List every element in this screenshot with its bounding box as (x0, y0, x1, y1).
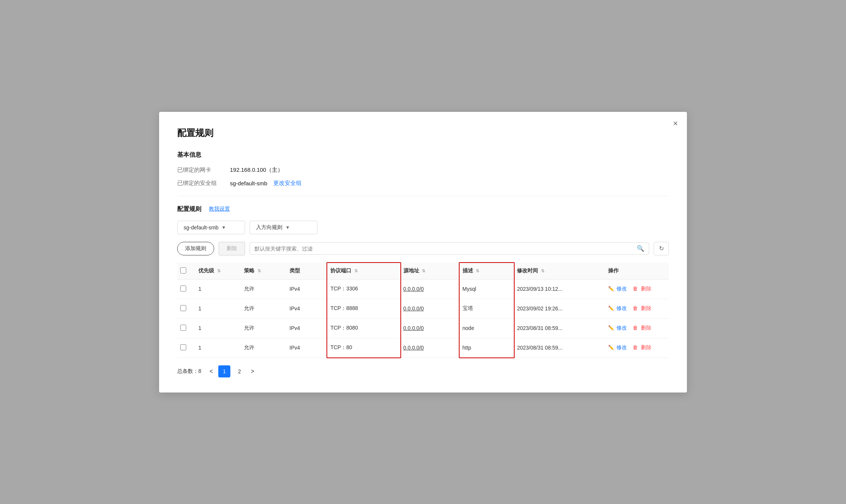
row-3-action: ✏️ 修改 🗑 删除 (605, 338, 669, 357)
modify-link-0[interactable]: 修改 (616, 286, 627, 292)
config-section-title: 配置规则 (177, 205, 201, 213)
row-1-time: 2023/09/02 19:26... (514, 299, 605, 318)
source-sort-icon: ⇅ (422, 269, 425, 273)
change-sg-link[interactable]: 更改安全组 (273, 180, 302, 187)
modify-link-1[interactable]: 修改 (616, 305, 627, 311)
search-input[interactable] (254, 246, 637, 252)
direction-value: 入方向规则 (256, 224, 282, 231)
prev-page-button[interactable]: < (207, 367, 215, 376)
row-2-desc: node (460, 318, 514, 338)
page-1-button[interactable]: 1 (218, 365, 230, 377)
table-header-row: 优先级 ⇅ 策略 ⇅ 类型 协议端口 ⇅ (177, 263, 669, 279)
row-0-strategy: 允许 (241, 279, 287, 299)
modify-link-3[interactable]: 修改 (616, 344, 627, 350)
delete-icon-2: 🗑 (633, 325, 638, 331)
row-3-source: 0.0.0.0/0 (400, 338, 460, 357)
th-action: 操作 (605, 263, 669, 279)
row-0-priority: 1 (195, 279, 241, 299)
edit-icon-3: ✏️ (608, 345, 614, 350)
row-3-type: IPv4 (287, 338, 328, 357)
row-1-source-text: 0.0.0.0/0 (403, 305, 424, 312)
search-box[interactable]: 🔍 (250, 242, 649, 255)
direction-dropdown[interactable]: 入方向规则 ▼ (250, 221, 317, 234)
add-rule-button[interactable]: 添加规则 (177, 242, 214, 255)
row-1-protocol: TCP：8888 (327, 299, 400, 318)
th-priority[interactable]: 优先级 ⇅ (195, 263, 241, 279)
row-2-time: 2023/08/31 08:59... (514, 318, 605, 338)
th-desc[interactable]: 描述 ⇅ (460, 263, 514, 279)
row-0-source-text: 0.0.0.0/0 (403, 286, 424, 292)
th-type: 类型 (287, 263, 328, 279)
row-1-checkbox[interactable] (180, 305, 186, 311)
direction-dropdown-arrow-icon: ▼ (285, 225, 290, 230)
pagination: 总条数：8 < 1 2 > (177, 365, 669, 377)
row-3-strategy: 允许 (241, 338, 287, 357)
th-strategy[interactable]: 策略 ⇅ (241, 263, 287, 279)
row-1-strategy: 允许 (241, 299, 287, 318)
close-button[interactable]: × (673, 119, 678, 128)
delete-link-0[interactable]: 删除 (641, 286, 651, 292)
row-1-desc: 宝塔 (460, 299, 514, 318)
delete-link-1[interactable]: 删除 (641, 305, 651, 311)
toolbar: 添加规则 删除 🔍 ↻ (177, 242, 669, 255)
modal-title: 配置规则 (177, 127, 669, 139)
th-modify-time[interactable]: 修改时间 ⇅ (514, 263, 605, 279)
basic-info-section-title: 基本信息 (177, 151, 669, 159)
modify-link-2[interactable]: 修改 (616, 325, 627, 331)
table-row: 1 允许 IPv4 TCP：8080 0.0.0.0/0 node 2023/0… (177, 318, 669, 338)
pagination-total: 总条数：8 (177, 368, 201, 375)
row-2-source-text: 0.0.0.0/0 (403, 325, 424, 331)
th-source[interactable]: 源地址 ⇅ (400, 263, 460, 279)
row-1-priority: 1 (195, 299, 241, 318)
row-1-type: IPv4 (287, 299, 328, 318)
row-3-time: 2023/08/31 08:59... (514, 338, 605, 357)
page-2-button[interactable]: 2 (233, 365, 245, 377)
nic-row: 已绑定的网卡 192.168.0.100（主） (177, 166, 669, 174)
row-2-checkbox[interactable] (180, 325, 186, 331)
edit-icon-1: ✏️ (608, 305, 614, 311)
refresh-button[interactable]: ↻ (654, 242, 669, 255)
row-3-checkbox[interactable] (180, 344, 186, 350)
row-2-source: 0.0.0.0/0 (400, 318, 460, 338)
edit-icon-2: ✏️ (608, 325, 614, 331)
row-0-time: 2023/09/13 10:12... (514, 279, 605, 299)
sg-dropdown-arrow-icon: ▼ (222, 225, 226, 230)
delete-button: 删除 (219, 242, 245, 255)
row-2-protocol: TCP：8080 (327, 318, 400, 338)
row-0-type: IPv4 (287, 279, 328, 299)
row-0-check (177, 279, 195, 299)
row-3-protocol: TCP：80 (327, 338, 400, 357)
row-0-protocol: TCP：3306 (327, 279, 400, 299)
row-2-action: ✏️ 修改 🗑 删除 (605, 318, 669, 338)
row-3-source-text: 0.0.0.0/0 (403, 345, 424, 351)
refresh-icon: ↻ (659, 245, 664, 252)
nic-value: 192.168.0.100（主） (230, 166, 283, 174)
row-1-source: 0.0.0.0/0 (400, 299, 460, 318)
edit-icon-0: ✏️ (608, 286, 614, 292)
time-sort-icon: ⇅ (541, 269, 544, 273)
protocol-sort-icon: ⇅ (354, 269, 358, 273)
config-rules-modal: × 配置规则 基本信息 已绑定的网卡 192.168.0.100（主） 已绑定的… (159, 112, 687, 393)
desc-sort-icon: ⇅ (476, 269, 479, 273)
delete-icon-1: 🗑 (633, 305, 638, 311)
delete-link-2[interactable]: 删除 (641, 325, 651, 331)
row-3-desc: http (460, 338, 514, 357)
delete-link-3[interactable]: 删除 (641, 344, 651, 350)
sg-value: sg-default-smb (230, 180, 267, 186)
help-link[interactable]: 教我设置 (209, 206, 230, 212)
th-protocol[interactable]: 协议端口 ⇅ (327, 263, 400, 279)
row-1-check (177, 299, 195, 318)
row-0-checkbox[interactable] (180, 286, 186, 292)
sg-row: 已绑定的安全组 sg-default-smb 更改安全组 (177, 180, 669, 187)
next-page-button[interactable]: > (248, 367, 256, 376)
th-check (177, 263, 195, 279)
sg-select-dropdown[interactable]: sg-default-smb ▼ (177, 221, 245, 234)
row-0-desc: Mysql (460, 279, 514, 299)
row-2-priority: 1 (195, 318, 241, 338)
sg-label: 已绑定的安全组 (177, 180, 230, 187)
delete-icon-3: 🗑 (633, 344, 638, 350)
row-2-type: IPv4 (287, 318, 328, 338)
select-all-checkbox[interactable] (180, 267, 186, 273)
table-row: 1 允许 IPv4 TCP：80 0.0.0.0/0 http 2023/08/… (177, 338, 669, 357)
dropdown-group: sg-default-smb ▼ 入方向规则 ▼ (177, 221, 669, 234)
